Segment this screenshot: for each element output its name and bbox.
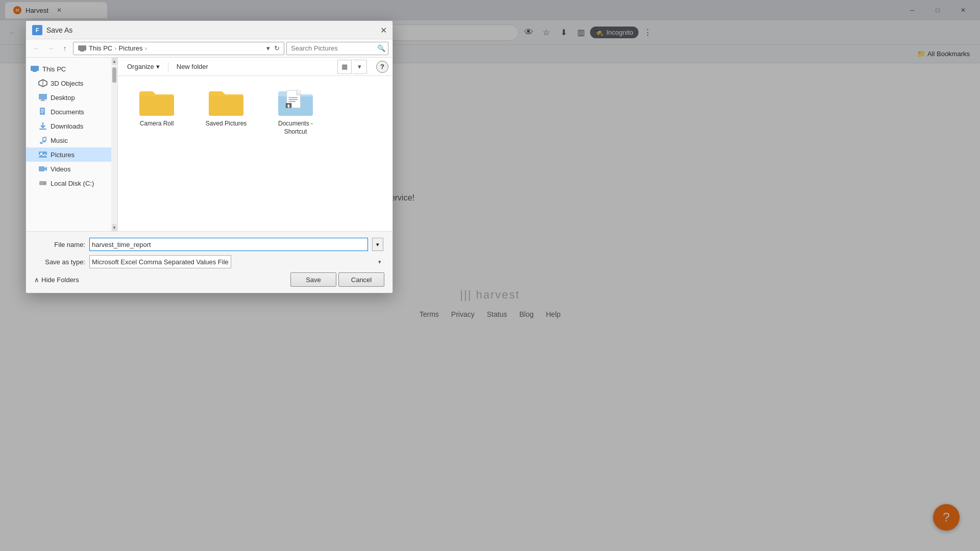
filetype-select-wrapper: Microsoft Excel Comma Separated Values F… xyxy=(89,255,384,268)
sidebar-item-pictures[interactable]: Pictures xyxy=(26,147,117,162)
svg-rect-1 xyxy=(80,51,84,52)
dialog-forward-button[interactable]: → xyxy=(44,42,57,55)
view-toggle-button[interactable]: ▦ xyxy=(337,60,352,74)
cancel-button[interactable]: Cancel xyxy=(338,272,384,287)
svg-rect-2 xyxy=(31,66,39,71)
file-item-saved-pictures[interactable]: Saved Pictures xyxy=(195,84,257,139)
file-item-camera-roll[interactable]: Camera Roll xyxy=(126,84,187,139)
svg-rect-6 xyxy=(39,94,47,99)
filename-dropdown-button[interactable]: ▾ xyxy=(372,238,383,251)
sidebar-local-disk-label: Local Disk (C:) xyxy=(51,180,94,187)
sidebar-scrollbar: ▲ ▼ xyxy=(111,58,117,231)
dialog-nav-toolbar: ← → ↑ This PC › Pictures › ▾ ↻ 🔍 xyxy=(26,39,393,58)
filename-label: File name: xyxy=(34,241,85,248)
breadcrumb-this-pc: This PC xyxy=(89,44,112,52)
this-pc-icon xyxy=(78,44,87,53)
sidebar-music-label: Music xyxy=(51,137,68,144)
breadcrumb-sep2: › xyxy=(145,44,147,52)
sidebar-downloads-label: Downloads xyxy=(51,122,83,130)
dialog-action-bar: Organize ▾ New folder ▦ ▾ ? xyxy=(118,58,393,76)
sidebar-desktop-label: Desktop xyxy=(51,94,75,102)
breadcrumb-bar[interactable]: This PC › Pictures › ▾ ↻ xyxy=(73,42,284,55)
scroll-track xyxy=(112,65,116,223)
view-toggle: ▦ ▾ xyxy=(337,60,367,74)
videos-icon xyxy=(38,164,47,173)
breadcrumb-sep1: › xyxy=(114,44,116,52)
sidebar-item-documents[interactable]: Documents xyxy=(26,105,117,119)
dialog-bottom: File name: ▾ Save as type: Microsoft Exc… xyxy=(26,231,393,293)
file-item-documents-shortcut[interactable]: Documents -Shortcut xyxy=(265,84,326,139)
search-wrapper: 🔍 xyxy=(286,42,388,55)
svg-rect-13 xyxy=(39,129,46,130)
breadcrumb-pictures: Pictures xyxy=(119,44,143,52)
desktop-icon xyxy=(38,93,47,102)
sidebar-item-desktop[interactable]: Desktop xyxy=(26,90,117,105)
sidebar-item-videos[interactable]: Videos xyxy=(26,162,117,176)
sidebar-documents-label: Documents xyxy=(51,108,84,116)
svg-rect-0 xyxy=(78,45,86,51)
camera-roll-label: Camera Roll xyxy=(140,120,174,128)
sidebar-3d-label: 3D Objects xyxy=(51,80,83,87)
saved-pictures-folder-icon xyxy=(208,87,244,117)
new-folder-button[interactable]: New folder xyxy=(172,61,213,72)
dialog-back-button[interactable]: ← xyxy=(30,42,42,55)
3d-objects-icon xyxy=(38,79,47,88)
saved-pictures-label: Saved Pictures xyxy=(206,120,247,128)
svg-rect-25 xyxy=(289,101,296,102)
filename-input[interactable] xyxy=(89,238,368,251)
scroll-down-arrow[interactable]: ▼ xyxy=(112,224,117,231)
breadcrumb-dropdown-arrow[interactable]: ▾ ↻ xyxy=(266,44,280,52)
hide-folders-label: Hide Folders xyxy=(41,276,79,284)
svg-rect-11 xyxy=(41,111,44,111)
view-dropdown-button[interactable]: ▾ xyxy=(353,60,367,74)
svg-rect-24 xyxy=(289,99,298,100)
documents-shortcut-label: Documents -Shortcut xyxy=(278,120,313,136)
svg-rect-18 xyxy=(39,166,44,171)
dialog-main-area: Organize ▾ New folder ▦ ▾ ? xyxy=(118,58,393,231)
documents-shortcut-icon-wrap xyxy=(277,87,314,117)
svg-rect-16 xyxy=(39,152,47,158)
filename-row: File name: ▾ xyxy=(34,238,384,251)
sidebar-this-pc-label: This PC xyxy=(42,65,66,73)
this-pc-sidebar-icon xyxy=(30,64,39,73)
save-as-dialog: F Save As ✕ ← → ↑ This PC › Pictures › ▾… xyxy=(26,20,393,293)
svg-rect-23 xyxy=(289,97,298,98)
sidebar-item-3d-objects[interactable]: 3D Objects xyxy=(26,76,117,90)
divider xyxy=(168,62,168,71)
svg-point-14 xyxy=(40,142,43,144)
hide-folders-arrow-icon: ∧ xyxy=(34,276,39,284)
downloads-icon xyxy=(38,121,47,131)
dialog-close-button[interactable]: ✕ xyxy=(376,23,390,37)
documents-icon xyxy=(38,107,47,116)
search-icon: 🔍 xyxy=(377,44,385,52)
filetype-row: Save as type: Microsoft Excel Comma Sepa… xyxy=(34,255,384,268)
organize-label: Organize xyxy=(127,63,154,70)
svg-rect-7 xyxy=(41,99,44,101)
music-icon xyxy=(38,136,47,145)
dialog-title-icon: F xyxy=(32,25,42,35)
dialog-titlebar: F Save As ✕ xyxy=(26,21,393,39)
sidebar-item-this-pc[interactable]: This PC xyxy=(26,62,117,76)
dialog-sidebar-container: This PC 3D Objects xyxy=(26,58,118,231)
save-button[interactable]: Save xyxy=(290,272,336,287)
pictures-icon xyxy=(38,150,47,159)
file-area: Camera Roll Saved Pictures xyxy=(118,76,393,231)
dialog-up-button[interactable]: ↑ xyxy=(59,42,71,55)
search-input[interactable] xyxy=(286,42,388,55)
sidebar-videos-label: Videos xyxy=(51,165,71,173)
sidebar-item-music[interactable]: Music xyxy=(26,133,117,147)
sidebar-item-downloads[interactable]: Downloads xyxy=(26,119,117,133)
scroll-up-arrow[interactable]: ▲ xyxy=(112,58,117,65)
dialog-sidebar: This PC 3D Objects xyxy=(26,58,118,231)
filetype-select[interactable]: Microsoft Excel Comma Separated Values F… xyxy=(89,255,231,268)
help-icon-button[interactable]: ? xyxy=(376,61,388,73)
hide-folders-button[interactable]: ∧ Hide Folders xyxy=(34,276,79,284)
organize-button[interactable]: Organize ▾ xyxy=(122,61,165,72)
svg-point-15 xyxy=(43,140,46,142)
breadcrumb-refresh-button[interactable]: ↻ xyxy=(274,44,280,52)
select-arrow-icon: ▾ xyxy=(378,259,381,265)
svg-rect-10 xyxy=(41,109,44,110)
camera-roll-folder-icon xyxy=(138,87,175,117)
sidebar-item-local-disk[interactable]: Local Disk (C:) xyxy=(26,176,117,190)
dialog-title-text: Save As xyxy=(46,26,72,34)
